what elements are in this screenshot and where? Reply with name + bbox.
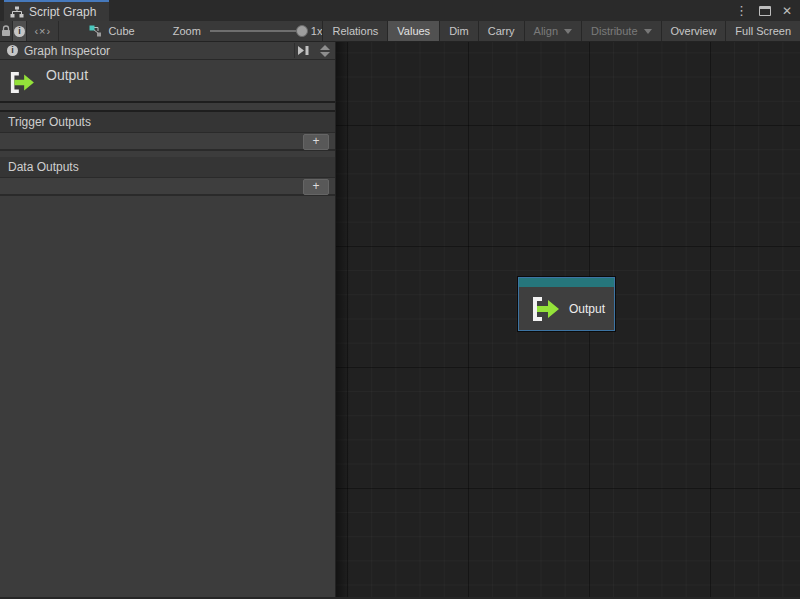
zoom-slider[interactable]: [210, 30, 302, 32]
output-node-title: Output: [569, 302, 605, 316]
script-graph-icon: [10, 6, 24, 18]
trigger-outputs-list[interactable]: +: [0, 133, 335, 151]
dim-button[interactable]: Dim: [439, 21, 478, 41]
relations-button[interactable]: Relations: [322, 21, 387, 41]
panel-expander[interactable]: [318, 43, 332, 59]
trigger-outputs-label: Trigger Outputs: [0, 112, 335, 133]
inspect-toggle-button[interactable]: i: [13, 21, 27, 41]
close-icon[interactable]: ✕: [782, 5, 792, 17]
inspector-title: Graph Inspector: [24, 44, 110, 58]
zoom-control: Zoom 1x: [173, 21, 323, 41]
output-node-header[interactable]: [519, 278, 614, 287]
tab-label: Script Graph: [29, 5, 96, 19]
data-outputs-label: Data Outputs: [0, 157, 335, 178]
tab-bar: Script Graph ⋮ ✕: [0, 0, 800, 21]
inspector-spacer: [0, 103, 335, 112]
unit-graph-icon: [89, 25, 102, 38]
panel-shadow: [336, 42, 350, 597]
inspector-header: i Graph Inspector: [0, 42, 335, 60]
lock-button[interactable]: [0, 21, 13, 41]
chevron-down-icon: [320, 52, 330, 57]
graph-inspector-panel: i Graph Inspector Outpu: [0, 42, 336, 597]
carry-button[interactable]: Carry: [478, 21, 524, 41]
chevron-down-icon: [644, 29, 652, 34]
overview-button[interactable]: Overview: [661, 21, 726, 41]
chevron-down-icon: [564, 29, 572, 34]
info-icon: i: [7, 45, 18, 56]
values-button[interactable]: Values: [387, 21, 439, 41]
distribute-dropdown[interactable]: Distribute: [581, 21, 660, 41]
button-label: Align: [534, 25, 558, 37]
view-toggle-group: Relations Values Dim Carry Align Distrib…: [322, 21, 800, 41]
code-icon: ‹×›: [34, 25, 51, 37]
unit-preview-title: Output: [46, 67, 88, 83]
chevron-up-icon: [320, 45, 330, 50]
main-area: i Graph Inspector Outpu: [0, 42, 800, 597]
lock-icon: [1, 25, 11, 37]
inspector-empty-area: [0, 196, 335, 597]
add-data-output-button[interactable]: +: [303, 179, 329, 195]
dock-right-button[interactable]: [294, 43, 312, 58]
button-label: Dim: [449, 25, 469, 37]
zoom-label: Zoom: [173, 25, 201, 37]
button-label: Values: [397, 25, 430, 37]
maximize-icon[interactable]: [759, 6, 771, 16]
data-outputs-list[interactable]: +: [0, 178, 335, 196]
zoom-value: 1x: [311, 25, 323, 37]
output-node-body: Output: [519, 287, 614, 330]
breadcrumb[interactable]: Cube: [59, 21, 148, 41]
button-label: Full Screen: [735, 25, 791, 37]
code-view-button[interactable]: ‹×›: [27, 21, 59, 41]
script-graph-window: Script Graph ⋮ ✕ i ‹×›: [0, 0, 800, 599]
button-label: Carry: [488, 25, 515, 37]
output-unit-icon: [8, 71, 35, 94]
graph-canvas[interactable]: Output: [336, 42, 800, 597]
menu-kebab-icon[interactable]: ⋮: [735, 4, 748, 17]
info-icon: i: [14, 26, 25, 37]
button-label: Relations: [332, 25, 378, 37]
add-trigger-output-button[interactable]: +: [303, 134, 329, 150]
full-screen-button[interactable]: Full Screen: [725, 21, 800, 41]
output-node[interactable]: Output: [518, 277, 615, 331]
button-label: Overview: [671, 25, 717, 37]
graph-toolbar: i ‹×› Cube Zoom 1x Relations: [0, 21, 800, 42]
align-dropdown[interactable]: Align: [524, 21, 581, 41]
zoom-slider-handle[interactable]: [296, 25, 308, 37]
unit-preview: Output: [0, 60, 335, 103]
window-controls: ⋮ ✕: [735, 0, 800, 21]
breadcrumb-label: Cube: [108, 25, 134, 37]
button-label: Distribute: [591, 25, 637, 37]
output-unit-icon: [530, 296, 560, 322]
tab-script-graph[interactable]: Script Graph: [4, 0, 109, 21]
dock-right-icon: [298, 46, 309, 55]
